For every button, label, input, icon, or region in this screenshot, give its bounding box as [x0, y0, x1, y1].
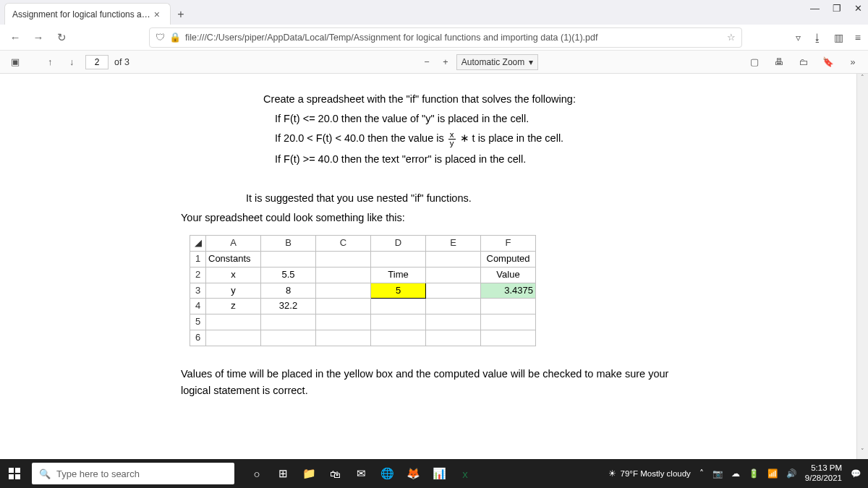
computed-value-cell: 3.4375: [481, 283, 536, 299]
toolbar-right: ▿ ⭳ ▥ ≡: [796, 32, 861, 43]
document-content: Create a spreadsheet with the "if" funct…: [181, 91, 687, 399]
bookmark-icon[interactable]: 🔖: [820, 54, 836, 70]
pdf-viewport[interactable]: Create a spreadsheet with the "if" funct…: [0, 74, 868, 459]
col-F: F: [481, 236, 536, 252]
time-input-cell: 5: [371, 283, 426, 299]
zoom-select[interactable]: Automatic Zoom ▾: [456, 54, 538, 70]
doc-line-4: If F(t) >= 40.0 then the text "error" is…: [275, 151, 687, 168]
app-icon[interactable]: 📊: [427, 461, 451, 486]
excel-icon[interactable]: x: [453, 461, 477, 486]
pocket-icon[interactable]: ▿: [796, 32, 801, 43]
spreadsheet-preview: ◢ A B C D E F 1 Constants Computed 2 x: [190, 235, 687, 346]
corner-cell: ◢: [190, 236, 206, 252]
print-icon[interactable]: 🖶: [771, 54, 787, 70]
table-row: 5: [190, 314, 536, 330]
table-row: 3 y 8 5 3.4375: [190, 283, 536, 299]
browser-tab-bar: Assignment for logical functions an… × +…: [0, 0, 868, 25]
library-icon[interactable]: ▥: [834, 32, 843, 43]
volume-icon[interactable]: 🔊: [786, 468, 796, 479]
mail-icon[interactable]: ✉: [349, 461, 373, 486]
start-button[interactable]: [0, 468, 29, 479]
scroll-down-icon[interactable]: ˅: [857, 448, 868, 459]
back-button[interactable]: ←: [7, 30, 23, 46]
close-window-icon[interactable]: ✕: [854, 3, 862, 14]
new-tab-button[interactable]: +: [171, 4, 191, 25]
tray-chevron-icon[interactable]: ˄: [699, 468, 704, 479]
presentation-icon[interactable]: ▢: [746, 54, 762, 70]
col-E: E: [426, 236, 481, 252]
doc-line-5: It is suggested that you use nested "if"…: [246, 190, 687, 207]
browser-tab[interactable]: Assignment for logical functions an… ×: [4, 3, 171, 25]
meet-now-icon[interactable]: 📷: [712, 468, 723, 479]
svg-rect-2: [9, 474, 14, 479]
col-A: A: [206, 236, 261, 252]
notifications-icon[interactable]: 💬: [851, 468, 861, 479]
taskbar-search[interactable]: 🔍 Type here to search: [32, 463, 234, 484]
svg-rect-1: [15, 468, 20, 473]
system-tray: ☀ 79°F Mostly cloudy ˄ 📷 ☁ 🔋 📶 🔊 5:13 PM…: [608, 463, 868, 484]
zoom-in-icon[interactable]: +: [438, 54, 454, 70]
task-view-icon[interactable]: ⊞: [271, 461, 295, 486]
close-tab-icon[interactable]: ×: [151, 9, 163, 20]
doc-line-1: Create a spreadsheet with the "if" funct…: [152, 91, 687, 108]
search-icon: 🔍: [39, 468, 51, 479]
scroll-up-icon[interactable]: ˄: [857, 74, 868, 85]
table-row: 6: [190, 330, 536, 346]
table-row: 4 z 32.2: [190, 299, 536, 314]
tab-title: Assignment for logical functions an…: [12, 9, 151, 20]
tools-icon[interactable]: »: [845, 54, 861, 70]
chevron-down-icon: ▾: [529, 57, 533, 67]
forward-button[interactable]: →: [30, 30, 46, 46]
edge-icon[interactable]: 🌐: [375, 461, 399, 486]
window-controls: — ❐ ✕: [810, 3, 862, 14]
url-box[interactable]: 🛡 🔒 file:///C:/Users/piper/AppData/Local…: [149, 27, 742, 48]
minimize-icon[interactable]: —: [810, 3, 820, 14]
svg-rect-0: [9, 468, 14, 473]
restore-icon[interactable]: ❐: [833, 3, 841, 14]
weather-icon: ☀: [608, 468, 616, 479]
col-B: B: [261, 236, 316, 252]
store-icon[interactable]: 🛍: [323, 461, 347, 486]
clock[interactable]: 5:13 PM 9/28/2021: [805, 463, 842, 484]
save-icon[interactable]: 🗀: [796, 54, 812, 70]
table-row: 1 Constants Computed: [190, 252, 536, 267]
page-down-icon[interactable]: ↓: [64, 54, 80, 70]
weather-widget[interactable]: ☀ 79°F Mostly cloudy: [608, 468, 691, 479]
zoom-out-icon[interactable]: −: [419, 54, 435, 70]
sidebar-toggle-icon[interactable]: ▣: [7, 54, 23, 70]
address-bar: ← → ↻ 🛡 🔒 file:///C:/Users/piper/AppData…: [0, 25, 868, 51]
shield-icon: 🛡: [156, 32, 165, 43]
doc-line-3a: If 20.0 < F(t) < 40.0 then the value is: [275, 132, 447, 144]
bookmark-star-icon[interactable]: ☆: [727, 32, 736, 43]
lock-icon: 🔒: [169, 32, 181, 43]
col-C: C: [316, 236, 371, 252]
page-up-icon[interactable]: ↑: [42, 54, 58, 70]
table-row: 2 x 5.5 Time Value: [190, 267, 536, 283]
doc-line-2: If F(t) <= 20.0 then the value of "y" is…: [275, 111, 687, 127]
col-D: D: [371, 236, 426, 252]
vertical-scrollbar[interactable]: ˄ ˅: [856, 74, 868, 459]
page-number-input[interactable]: [85, 55, 109, 69]
reload-button[interactable]: ↻: [54, 30, 69, 46]
onedrive-icon[interactable]: ☁: [731, 468, 740, 479]
doc-line-3b: ∗ t is place in the cell.: [460, 132, 564, 144]
file-explorer-icon[interactable]: 📁: [297, 461, 321, 486]
pdf-toolbar: ▣ ↑ ↓ of 3 − + Automatic Zoom ▾ ▢ 🖶 🗀 🔖 …: [0, 51, 868, 74]
battery-icon[interactable]: 🔋: [749, 468, 759, 479]
firefox-icon[interactable]: 🦊: [401, 461, 425, 486]
cortana-icon[interactable]: ○: [244, 461, 269, 486]
wifi-icon[interactable]: 📶: [767, 468, 778, 479]
fraction: x y: [448, 131, 456, 148]
page-count: of 3: [114, 57, 129, 67]
menu-icon[interactable]: ≡: [855, 32, 861, 43]
taskbar-apps: ○ ⊞ 📁 🛍 ✉ 🌐 🦊 📊 x: [244, 461, 477, 486]
downloads-icon[interactable]: ⭳: [812, 32, 822, 43]
doc-line-6: Your spreadsheet could look something li…: [181, 210, 687, 226]
taskbar: 🔍 Type here to search ○ ⊞ 📁 🛍 ✉ 🌐 🦊 📊 x …: [0, 459, 868, 488]
url-text: file:///C:/Users/piper/AppData/Local/Tem…: [185, 33, 723, 43]
svg-rect-3: [15, 474, 20, 479]
doc-line-7: Values of time will be placed in the yel…: [181, 366, 687, 399]
